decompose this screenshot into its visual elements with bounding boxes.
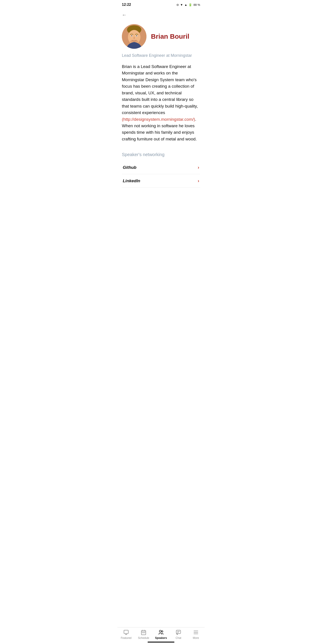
- back-arrow-icon: ←: [122, 12, 127, 18]
- wifi-icon: ▼: [180, 3, 183, 6]
- speaker-name: Brian Bouril: [151, 33, 190, 40]
- battery-icon: 🔋: [188, 3, 192, 6]
- networking-section: Speaker's networking Github › LinkedIn ›: [118, 147, 204, 190]
- avatar-image: [122, 24, 146, 49]
- speaker-title: Lead Software Engineer at Morningstar: [118, 52, 204, 62]
- avatar: [122, 24, 146, 49]
- status-time: 12:22: [122, 3, 131, 7]
- svg-point-5: [131, 35, 132, 36]
- battery-level: 88 %: [194, 3, 200, 6]
- bio-text-part1: Brian is a Lead Software Engineer at Mor…: [122, 64, 198, 115]
- signal-icon: ▲: [184, 3, 187, 6]
- github-chevron-icon: ›: [198, 165, 199, 170]
- linkedin-label: LinkedIn: [123, 178, 140, 183]
- profile-section: Brian Bouril: [118, 20, 204, 52]
- github-link[interactable]: Github ›: [122, 161, 200, 174]
- github-label: Github: [123, 165, 136, 170]
- status-icons: ⊖ ▼ ▲ 🔋 88 %: [176, 3, 200, 6]
- linkedin-link[interactable]: LinkedIn ›: [122, 174, 200, 188]
- back-button[interactable]: ←: [118, 8, 204, 20]
- speaker-bio: Brian is a Lead Software Engineer at Mor…: [118, 62, 204, 147]
- networking-title: Speaker's networking: [122, 152, 200, 157]
- svg-point-6: [136, 35, 137, 36]
- bio-link[interactable]: (http://designsystem.morningstar.com/): [122, 117, 195, 122]
- linkedin-chevron-icon: ›: [198, 178, 199, 183]
- status-bar: 12:22 ⊖ ▼ ▲ 🔋 88 %: [118, 0, 204, 8]
- do-not-disturb-icon: ⊖: [176, 3, 179, 6]
